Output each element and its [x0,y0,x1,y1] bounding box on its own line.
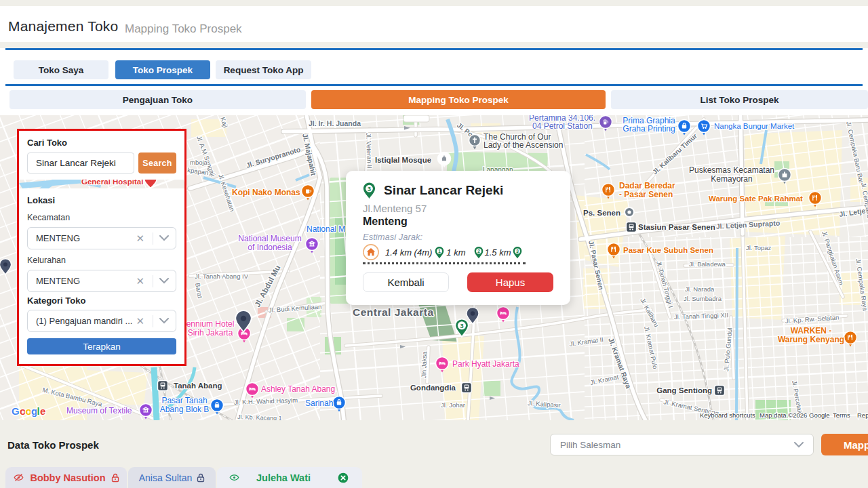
svg-text:Stasiun Pasar Senen: Stasiun Pasar Senen [638,223,715,231]
svg-text:Jln Jaksa: Jln Jaksa [420,350,428,378]
svg-text:Jl. Narada: Jl. Narada [685,285,715,293]
svg-text:Puskesmas Kecamatan: Puskesmas Kecamatan [689,165,774,175]
svg-text:ennium Hotel: ennium Hotel [186,319,235,329]
svg-text:Jl. Baladewa: Jl. Baladewa [689,260,726,268]
svg-text:2: 2 [477,249,480,253]
svg-text:Museum of Textile: Museum of Textile [66,406,132,415]
svg-text:Terms: Terms [833,411,850,419]
svg-text:Warung Kenyang: Warung Kenyang [778,335,844,344]
svg-text:mboja: mboja [190,159,208,166]
svg-text:Ashley Tanah Abang: Ashley Tanah Abang [261,384,335,394]
svg-text:Jl. Sumbadra: Jl. Sumbadra [684,295,722,302]
svg-text:Dadar Beredar: Dadar Beredar [619,181,675,190]
svg-text:Nangka Bungur Market: Nangka Bungur Market [714,122,795,130]
svg-text:Istiqlal Mosque: Istiqlal Mosque [375,156,431,164]
svg-text:- Pasar Senen: - Pasar Senen [619,190,673,199]
svg-text:1: 1 [438,249,441,253]
svg-text:Graha Printing: Graha Printing [623,124,675,134]
svg-text:G: G [12,405,20,417]
svg-text:Park Hyatt Jakarta: Park Hyatt Jakarta [452,359,519,369]
svg-text:e: e [40,405,45,417]
svg-text:Warung Sate Pak Rahmat: Warung Sate Pak Rahmat [709,195,803,203]
svg-text:Tanah Abang: Tanah Abang [174,382,222,390]
svg-text:Jl. Johar: Jl. Johar [441,401,465,409]
svg-text:Abang Blok B: Abang Blok B [160,405,210,414]
svg-text:National Museum: National Museum [238,234,301,243]
svg-text:Gondangdia: Gondangdia [410,384,456,392]
svg-text:Kopi Nako Monas: Kopi Nako Monas [232,188,300,197]
svg-text:Lady of the Ascension: Lady of the Ascension [484,140,563,150]
svg-text:Pasar Kue Subuh Senen: Pasar Kue Subuh Senen [623,246,713,254]
svg-text:of Indonesia: of Indonesia [248,243,292,252]
svg-text:WARKEN -: WARKEN - [791,326,832,336]
svg-text:3: 3 [516,249,519,253]
svg-text:Sirih Jakarta: Sirih Jakarta [188,328,233,338]
svg-text:Repo: Repo [857,411,868,419]
svg-text:Keyboard shortcuts: Keyboard shortcuts [700,411,755,419]
svg-text:Pasar Tanah: Pasar Tanah [161,396,207,405]
svg-text:3: 3 [460,322,464,329]
svg-text:Jl. Ir. H. Juanda: Jl. Ir. H. Juanda [309,119,361,127]
svg-text:Sarinah: Sarinah [305,399,333,408]
svg-text:Gang Sentiong: Gang Sentiong [656,386,712,394]
svg-text:3: 3 [368,185,371,192]
svg-text:National M: National M [307,224,345,234]
svg-text:Jl. Tanah Abang IV: Jl. Tanah Abang IV [195,272,249,280]
svg-text:04 Petrol Station: 04 Petrol Station [532,121,593,131]
svg-text:Jl. Topaz: Jl. Topaz [746,244,772,251]
svg-text:Jl. Kb. Kacang 1: Jl. Kb. Kacang 1 [237,413,282,420]
svg-text:Central Jakarta: Central Jakarta [353,306,434,318]
svg-text:Ps. Senen: Ps. Senen [583,209,620,217]
svg-text:Jl. Veteran II: Jl. Veteran II [365,133,374,169]
svg-text:Kemayoran: Kemayoran [711,174,752,184]
svg-text:Map data ©2026 Google: Map data ©2026 Google [760,411,830,419]
